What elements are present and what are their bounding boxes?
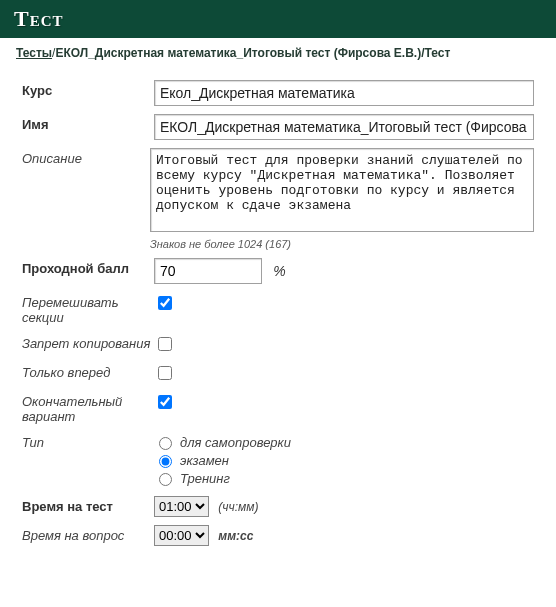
page-title: Тест <box>14 6 64 31</box>
breadcrumb-current: ЕКОЛ_Дискретная математика_Итоговый тест… <box>55 46 450 60</box>
nocopy-checkbox[interactable] <box>158 337 172 351</box>
name-input[interactable] <box>154 114 534 140</box>
label-passmark: Проходной балл <box>22 258 154 276</box>
row-course: Курс <box>22 80 534 106</box>
type-radio-train-label: Тренинг <box>180 471 230 486</box>
test-time-unit: (чч:мм) <box>218 500 258 514</box>
label-forward: Только вперед <box>22 362 154 380</box>
type-radio-exam-input[interactable] <box>159 455 172 468</box>
type-radio-exam[interactable]: экзамен <box>154 452 534 468</box>
label-name: Имя <box>22 114 154 132</box>
description-hint: Знаков не более 1024 (167) <box>150 238 534 250</box>
course-input[interactable] <box>154 80 534 106</box>
type-radio-self-label: для самопроверки <box>180 435 291 450</box>
final-checkbox[interactable] <box>158 395 172 409</box>
passmark-unit: % <box>273 263 285 279</box>
row-passmark: Проходной балл % <box>22 258 534 284</box>
question-time-select[interactable]: 00:00 <box>154 525 209 546</box>
type-radio-exam-label: экзамен <box>180 453 229 468</box>
type-radio-train[interactable]: Тренинг <box>154 470 534 486</box>
page-header: Тест <box>0 0 556 38</box>
row-shuffle: Перемешивать секции <box>22 292 534 325</box>
row-description: Описание Итоговый тест для проверки знан… <box>22 148 534 250</box>
row-final: Окончательный вариант <box>22 391 534 424</box>
type-radio-train-input[interactable] <box>159 473 172 486</box>
row-test-time: Время на тест 01:00 (чч:мм) <box>22 496 534 517</box>
label-type: Тип <box>22 432 154 450</box>
shuffle-checkbox[interactable] <box>158 296 172 310</box>
breadcrumb-link-tests[interactable]: Тесты <box>16 46 52 60</box>
forward-checkbox[interactable] <box>158 366 172 380</box>
row-nocopy: Запрет копирования <box>22 333 534 354</box>
row-name: Имя <box>22 114 534 140</box>
form: Курс Имя Описание Итоговый тест для пров… <box>0 68 556 564</box>
label-nocopy: Запрет копирования <box>22 333 154 351</box>
label-description: Описание <box>22 148 150 166</box>
row-question-time: Время на вопрос 00:00 мм:сс <box>22 525 534 546</box>
label-course: Курс <box>22 80 154 98</box>
type-radio-self[interactable]: для самопроверки <box>154 434 534 450</box>
test-time-select[interactable]: 01:00 <box>154 496 209 517</box>
question-time-unit: мм:сс <box>218 529 253 543</box>
label-shuffle: Перемешивать секции <box>22 292 154 325</box>
row-forward: Только вперед <box>22 362 534 383</box>
label-final: Окончательный вариант <box>22 391 154 424</box>
type-radio-group: для самопроверки экзамен Тренинг <box>154 434 534 486</box>
label-question-time: Время на вопрос <box>22 525 154 543</box>
passmark-input[interactable] <box>154 258 262 284</box>
label-test-time: Время на тест <box>22 496 154 514</box>
description-textarea[interactable]: Итоговый тест для проверки знаний слушат… <box>150 148 534 232</box>
type-radio-self-input[interactable] <box>159 437 172 450</box>
breadcrumb: Тесты/ЕКОЛ_Дискретная математика_Итоговы… <box>0 38 556 68</box>
row-type: Тип для самопроверки экзамен Тренинг <box>22 432 534 488</box>
